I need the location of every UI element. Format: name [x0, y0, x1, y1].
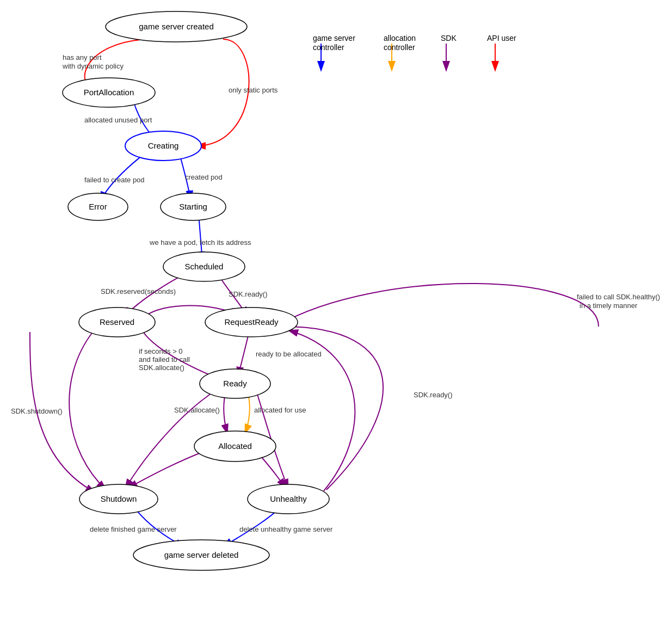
- edge-label-sdk-allocate: SDK.allocate(): [174, 406, 220, 414]
- label-unhealthy: Unhealthy: [270, 494, 307, 503]
- legend-label-game-server-controller2: controller: [313, 43, 344, 52]
- edge-label-ready-to-allocate: ready to be allocated: [256, 350, 322, 358]
- edge-label-created-pod: created pod: [185, 173, 223, 181]
- edge-label-static-ports: only static ports: [229, 86, 278, 94]
- edge-label-sdk-ready-back: SDK.ready(): [414, 391, 453, 399]
- edge-label-dynamic-policy: has any port: [63, 53, 102, 61]
- label-creating: Creating: [148, 141, 179, 150]
- edge-label-seconds-0: if seconds > 0: [139, 347, 183, 355]
- edge-label-sdk-allocate-fail: SDK.allocate(): [139, 364, 184, 372]
- label-game-server-created: game server created: [139, 22, 214, 31]
- edge-label-dynamic-policy2: with dynamic policy: [62, 62, 124, 70]
- label-reserved: Reserved: [100, 317, 134, 327]
- label-scheduled: Scheduled: [185, 262, 224, 271]
- edge-label-failed-pod: failed to create pod: [84, 176, 145, 184]
- edge-label-sdk-reserved: SDK.reserved(seconds): [101, 287, 176, 296]
- legend-label-sdk: SDK: [441, 34, 457, 42]
- edge-label-seconds-0b: and failed to call: [139, 355, 190, 364]
- edge-label-delete-finished: delete finished game server: [90, 525, 177, 533]
- label-request-ready: RequestReady: [224, 317, 279, 327]
- label-game-server-deleted: game server deleted: [164, 550, 239, 559]
- label-starting: Starting: [179, 202, 207, 211]
- legend-label-api-user: API user: [487, 34, 516, 42]
- label-port-allocation: PortAllocation: [84, 88, 134, 97]
- label-error: Error: [89, 202, 107, 211]
- label-allocated: Allocated: [218, 441, 252, 451]
- edge-label-delete-unhealthy: delete unhealthy game server: [239, 525, 333, 533]
- edge-label-allocated-unused: allocated unused port: [84, 116, 152, 124]
- legend-label-allocation-controller: allocation: [384, 34, 416, 42]
- edge-label-fetch-address: we have a pod, fetch its address: [149, 238, 251, 247]
- label-ready: Ready: [223, 379, 247, 388]
- legend-label-allocation-controller2: controller: [384, 43, 415, 52]
- label-shutdown: Shutdown: [101, 494, 137, 503]
- edge-reserved-shutdown: [69, 331, 106, 490]
- edge-label-sdk-healthy-fail2: in a timely manner: [579, 301, 638, 310]
- edge-sdk-healthy-fail: [278, 284, 599, 327]
- legend-label-game-server-controller: game server: [313, 34, 355, 42]
- edge-label-sdk-ready: SDK.ready(): [229, 290, 268, 298]
- edge-label-sdk-healthy-fail: failed to call SDK.healthy(): [577, 293, 660, 301]
